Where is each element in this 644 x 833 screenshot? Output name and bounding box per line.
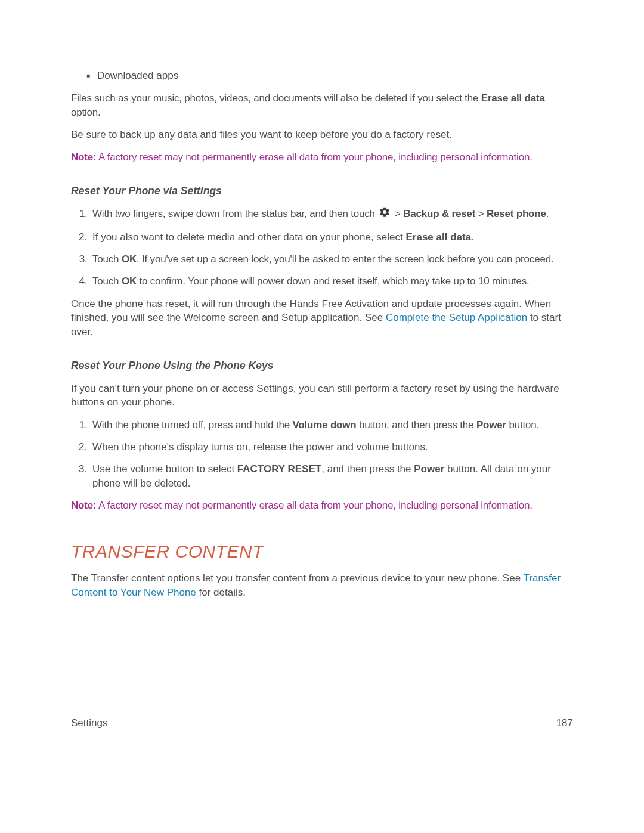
text: . [546, 208, 549, 219]
text: option. [71, 107, 101, 118]
text: Files such as your music, photos, videos… [71, 92, 481, 104]
ok-bold: OK [122, 275, 137, 287]
footer-page-number: 187 [556, 717, 573, 729]
step-2: If you also want to delete media and oth… [90, 230, 573, 244]
text: . If you've set up a screen lock, you'll… [137, 253, 553, 265]
text: > [475, 208, 487, 219]
page-content: ■ Downloaded apps Files such as your mus… [71, 69, 573, 600]
note-text: A factory reset may not permanently eras… [96, 500, 532, 511]
step-2: When the phone's display turns on, relea… [90, 440, 573, 454]
steps-reset-via-settings: With two fingers, swipe down from the st… [71, 206, 573, 288]
text: Touch [92, 253, 122, 265]
steps-reset-phone-keys: With the phone turned off, press and hol… [71, 418, 573, 490]
step-1: With the phone turned off, press and hol… [90, 418, 573, 432]
text: With two fingers, swipe down from the st… [92, 208, 377, 219]
note-factory-reset-2: Note: A factory reset may not permanentl… [71, 498, 573, 513]
heading-transfer-content: TRANSFER CONTENT [71, 539, 573, 564]
step-4: Touch OK to confirm. Your phone will pow… [90, 274, 573, 289]
bullet-item: ■ Downloaded apps [86, 69, 573, 83]
text: , and then press the [321, 463, 414, 475]
reset-phone-bold: Reset phone [487, 208, 546, 219]
backup-reset-bold: Backup & reset [403, 208, 475, 219]
gear-icon [379, 206, 391, 222]
note-label: Note: [71, 151, 96, 163]
footer-section-name: Settings [71, 717, 107, 729]
text: With the phone turned off, press and hol… [92, 419, 292, 431]
text: for details. [196, 587, 246, 598]
factory-reset-bold: FACTORY RESET [237, 463, 321, 475]
text: button. [506, 419, 539, 431]
ok-bold: OK [122, 253, 137, 265]
text: button, and then press the [357, 419, 476, 431]
power-bold: Power [476, 419, 506, 431]
text: to confirm. Your phone will power down a… [137, 275, 530, 287]
step-1: With two fingers, swipe down from the st… [90, 206, 573, 222]
page-footer: Settings 187 [71, 717, 573, 729]
text: The Transfer content options let you tra… [71, 572, 524, 584]
subheading-reset-via-settings: Reset Your Phone via Settings [71, 184, 573, 199]
note-label: Note: [71, 500, 96, 511]
text: Use the volume button to select [92, 463, 237, 475]
backup-warning: Be sure to back up any data and files yo… [71, 128, 573, 142]
volume-down-bold: Volume down [292, 419, 356, 431]
bullet-text: Downloaded apps [97, 69, 178, 83]
erase-all-data-bold: Erase all data [405, 231, 471, 243]
intro-files-paragraph: Files such as your music, photos, videos… [71, 91, 573, 120]
step-3: Touch OK. If you've set up a screen lock… [90, 252, 573, 267]
after-reset-paragraph: Once the phone has reset, it will run th… [71, 297, 573, 339]
square-bullet-icon: ■ [86, 73, 90, 79]
document-page: ■ Downloaded apps Files such as your mus… [0, 0, 644, 833]
step-3: Use the volume button to select FACTORY … [90, 462, 573, 491]
sub2-intro: If you can't turn your phone on or acces… [71, 382, 573, 410]
text: . [471, 231, 474, 243]
erase-all-data-bold: Erase all data [481, 92, 545, 104]
subheading-reset-phone-keys: Reset Your Phone Using the Phone Keys [71, 358, 573, 373]
text: If you also want to delete media and oth… [92, 231, 405, 243]
transfer-paragraph: The Transfer content options let you tra… [71, 571, 573, 600]
note-factory-reset-1: Note: A factory reset may not permanentl… [71, 150, 573, 165]
power-bold: Power [414, 463, 444, 475]
text: > [392, 208, 403, 219]
text: Touch [92, 275, 122, 287]
link-complete-setup[interactable]: Complete the Setup Application [386, 312, 527, 323]
note-text: A factory reset may not permanently eras… [96, 151, 532, 163]
